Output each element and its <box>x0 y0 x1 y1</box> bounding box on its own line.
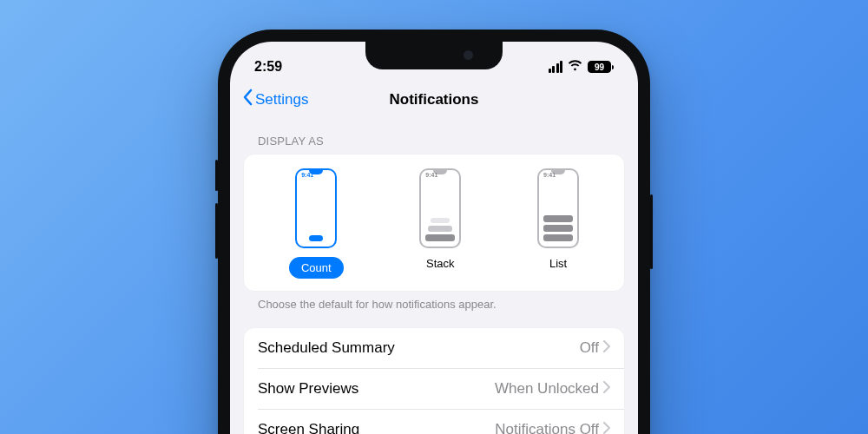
phone-preview-list-icon: 9:41 <box>537 168 579 248</box>
wifi-icon <box>568 59 582 75</box>
screen: 2:59 99 Settings Notifications <box>230 42 638 434</box>
phone-preview-count-icon: 9:41 <box>295 168 337 248</box>
chevron-left-icon <box>242 89 253 110</box>
navigation-bar: Settings Notifications <box>230 82 638 119</box>
row-value: Off <box>580 339 599 357</box>
row-screen-sharing[interactable]: Screen Sharing Notifications Off <box>258 409 624 434</box>
battery-level: 99 <box>588 61 611 73</box>
row-value: Notifications Off <box>495 421 599 434</box>
back-label: Settings <box>255 91 308 108</box>
display-as-card: 9:41 Count 9:41 Stack 9: <box>244 155 624 291</box>
notch <box>365 42 503 69</box>
battery-icon: 99 <box>588 61 614 73</box>
phone-preview-stack-icon: 9:41 <box>419 168 461 248</box>
row-scheduled-summary[interactable]: Scheduled Summary Off <box>244 328 624 368</box>
cellular-signal-icon <box>547 61 562 73</box>
row-label: Show Previews <box>258 380 358 398</box>
option-label: List <box>549 257 567 270</box>
chevron-right-icon <box>603 380 610 398</box>
section-footer-display-as: Choose the default for how notifications… <box>244 291 624 328</box>
settings-list: Scheduled Summary Off Show Previews When… <box>244 328 624 434</box>
row-label: Scheduled Summary <box>258 339 395 357</box>
row-show-previews[interactable]: Show Previews When Unlocked <box>258 368 624 409</box>
section-header-display-as: DISPLAY AS <box>244 119 624 155</box>
row-value: When Unlocked <box>495 380 599 398</box>
option-label: Stack <box>426 257 455 270</box>
back-button[interactable]: Settings <box>242 89 308 110</box>
chevron-right-icon <box>603 339 610 357</box>
display-option-count[interactable]: 9:41 Count <box>289 168 344 279</box>
chevron-right-icon <box>603 421 610 434</box>
status-time: 2:59 <box>254 59 282 75</box>
row-label: Screen Sharing <box>258 421 359 434</box>
display-option-list[interactable]: 9:41 List <box>537 168 579 279</box>
option-label: Count <box>289 257 344 279</box>
display-option-stack[interactable]: 9:41 Stack <box>419 168 461 279</box>
iphone-device-frame: 2:59 99 Settings Notifications <box>218 30 650 434</box>
